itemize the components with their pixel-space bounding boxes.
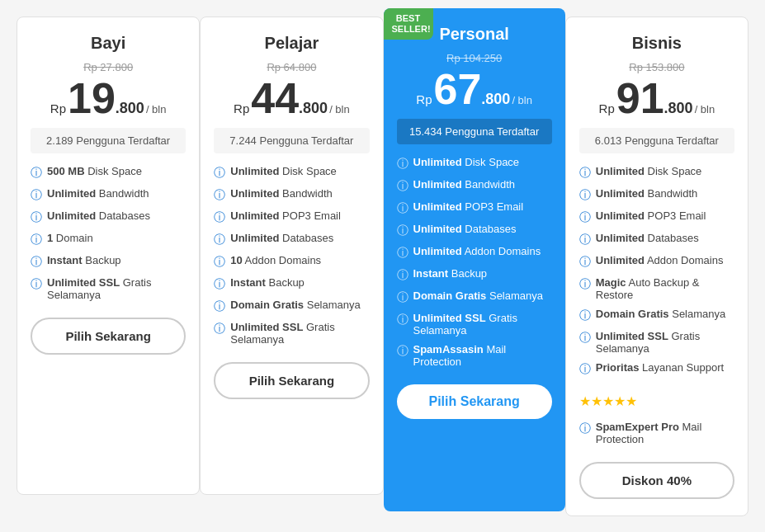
- feature-text: Magic Auto Backup & Restore: [596, 276, 734, 301]
- old-price-pelajar: Rp 64.800: [214, 61, 369, 73]
- feature-icon: ⓘ: [31, 277, 42, 292]
- cta-button-personal[interactable]: Pilih Sekarang: [397, 384, 552, 419]
- feature-bold: Unlimited SSL: [596, 330, 668, 342]
- feature-item: ⓘ 1 Domain: [31, 228, 186, 251]
- feature-text: Unlimited Bandwidth: [596, 187, 698, 200]
- feature-icon: ⓘ: [397, 313, 408, 327]
- plan-card-personal: BEST SELLER!PersonalRp 104.250 Rp 67 .80…: [384, 8, 565, 511]
- feature-bold: Unlimited: [230, 232, 279, 244]
- feature-item: ⓘ Unlimited Databases: [397, 219, 552, 242]
- feature-icon: ⓘ: [579, 210, 591, 225]
- feature-item: ⓘ Instant Backup: [31, 251, 186, 273]
- feature-bold: Unlimited: [596, 165, 645, 177]
- feature-item: ⓘ Domain Gratis Selamanya: [214, 295, 369, 318]
- feature-icon: ⓘ: [397, 201, 408, 216]
- feature-bold: Unlimited: [230, 210, 279, 222]
- old-price-bayi: Rp 27.800: [31, 61, 186, 73]
- feature-item: ⓘ Unlimited Bandwidth: [579, 184, 734, 206]
- feature-text: Unlimited POP3 Email: [230, 210, 341, 222]
- feature-icon: ⓘ: [214, 277, 225, 292]
- feature-icon: ⓘ: [31, 210, 42, 225]
- feature-item: ⓘ 10 Addon Domains: [214, 251, 369, 273]
- feature-item: ⓘ Unlimited SSL Gratis Selamanya: [214, 318, 369, 349]
- feature-text: Unlimited Databases: [230, 232, 333, 244]
- feature-bold: Unlimited: [230, 187, 279, 200]
- cta-button-pelajar[interactable]: Pilih Sekarang: [214, 362, 369, 399]
- cta-button-bisnis[interactable]: Diskon 40%: [579, 462, 734, 499]
- feature-item: ⓘ Unlimited SSL Gratis Selamanya: [579, 327, 734, 358]
- feature-icon: ⓘ: [214, 188, 225, 203]
- feature-icon: ⓘ: [579, 362, 591, 377]
- feature-bold: Unlimited: [47, 210, 96, 222]
- feature-bold: Unlimited: [413, 223, 462, 235]
- feature-text: Prioritas Layanan Support: [596, 361, 724, 374]
- feature-icon: ⓘ: [397, 179, 408, 194]
- feature-bold: Unlimited: [596, 232, 645, 244]
- feature-icon: ⓘ: [397, 290, 408, 305]
- old-price-bisnis: Rp 153.800: [579, 61, 734, 73]
- feature-icon: ⓘ: [214, 299, 225, 314]
- feature-item: ⓘ Domain Gratis Selamanya: [397, 286, 552, 308]
- feature-text: Domain Gratis Selamanya: [230, 299, 361, 311]
- feature-text: Domain Gratis Selamanya: [413, 290, 544, 302]
- feature-item: ⓘ Unlimited Databases: [214, 228, 369, 251]
- users-badge-personal: 15.434 Pengguna Terdaftar: [397, 119, 552, 144]
- feature-item: ⓘ Unlimited POP3 Email: [579, 206, 734, 228]
- feature-text: Unlimited SSL Gratis Selamanya: [230, 321, 369, 346]
- feature-text: 10 Addon Domains: [230, 254, 321, 266]
- feature-item: ⓘ Unlimited Addon Domains: [579, 251, 734, 273]
- pricing-container: BayiRp 27.800 Rp 19 .800 / bln 2.189 Pen…: [17, 16, 748, 516]
- feature-icon: ⓘ: [579, 331, 591, 346]
- feature-text: Unlimited Disk Space: [230, 165, 337, 177]
- price-per-personal: / bln: [512, 94, 532, 106]
- feature-item: ⓘ Unlimited SSL Gratis Selamanya: [31, 273, 186, 304]
- feature-text: Unlimited Bandwidth: [230, 187, 333, 200]
- users-badge-bisnis: 6.013 Pengguna Terdaftar: [579, 128, 734, 153]
- price-row-bisnis: Rp 91 .800 / bln: [579, 77, 734, 120]
- feature-text: Unlimited Bandwidth: [47, 187, 149, 200]
- feature-icon: ⓘ: [397, 246, 408, 261]
- feature-icon: ⓘ: [579, 233, 591, 247]
- feature-item: ⓘ Unlimited Bandwidth: [214, 184, 369, 206]
- extra-feature-list: ⓘ SpamExpert Pro Mail Protection: [579, 417, 734, 449]
- feature-bold: Unlimited: [413, 200, 462, 213]
- extra-feature-text: SpamExpert Pro Mail Protection: [596, 421, 734, 445]
- price-main-bayi: 19: [68, 77, 116, 120]
- star-rating: ★★★★★: [579, 393, 734, 409]
- plan-card-bisnis: BisnisRp 153.800 Rp 91 .800 / bln 6.013 …: [565, 16, 748, 516]
- plan-title-bisnis: Bisnis: [579, 34, 734, 53]
- feature-text: Unlimited Databases: [596, 232, 699, 244]
- feature-bold: Unlimited: [596, 187, 645, 200]
- price-decimal-bayi: .800: [116, 100, 144, 117]
- feature-text: Unlimited SSL Gratis Selamanya: [47, 276, 186, 301]
- best-seller-badge: BEST SELLER!: [384, 8, 433, 40]
- feature-icon: ⓘ: [214, 255, 225, 270]
- feature-item: ⓘ Domain Gratis Selamanya: [579, 304, 734, 327]
- price-decimal-bisnis: .800: [664, 100, 693, 117]
- feature-icon: ⓘ: [214, 233, 225, 247]
- feature-text: Instant Backup: [47, 254, 121, 266]
- feature-icon: ⓘ: [214, 166, 225, 181]
- feature-list-bisnis: ⓘ Unlimited Disk Space ⓘ Unlimited Bandw…: [579, 162, 734, 380]
- feature-bold: Unlimited: [47, 187, 96, 200]
- feature-icon: ⓘ: [397, 224, 408, 238]
- feature-text: Instant Backup: [413, 267, 488, 280]
- feature-bold: Unlimited: [413, 178, 462, 191]
- feature-text: Unlimited POP3 Email: [596, 210, 706, 222]
- users-badge-bayi: 2.189 Pengguna Terdaftar: [31, 128, 186, 153]
- feature-list-bayi: ⓘ 500 MB Disk Space ⓘ Unlimited Bandwidt…: [31, 162, 186, 304]
- feature-item: ⓘ Unlimited Disk Space: [397, 153, 552, 175]
- feature-icon: ⓘ: [31, 233, 42, 247]
- price-per-bisnis: / bln: [695, 103, 715, 115]
- feature-text: Unlimited Databases: [47, 210, 150, 222]
- price-rp-pelajar: Rp: [234, 101, 249, 115]
- feature-bold: Domain Gratis: [413, 290, 487, 302]
- old-price-personal: Rp 104.250: [397, 52, 552, 64]
- price-row-bayi: Rp 19 .800 / bln: [31, 77, 186, 120]
- feature-bold: Domain Gratis: [596, 308, 669, 320]
- cta-button-bayi[interactable]: Pilih Sekarang: [31, 318, 186, 355]
- feature-icon: ⓘ: [397, 344, 408, 359]
- feature-text: Domain Gratis Selamanya: [596, 308, 726, 320]
- feature-icon: ⓘ: [214, 210, 225, 225]
- feature-text: Unlimited Bandwidth: [413, 178, 516, 191]
